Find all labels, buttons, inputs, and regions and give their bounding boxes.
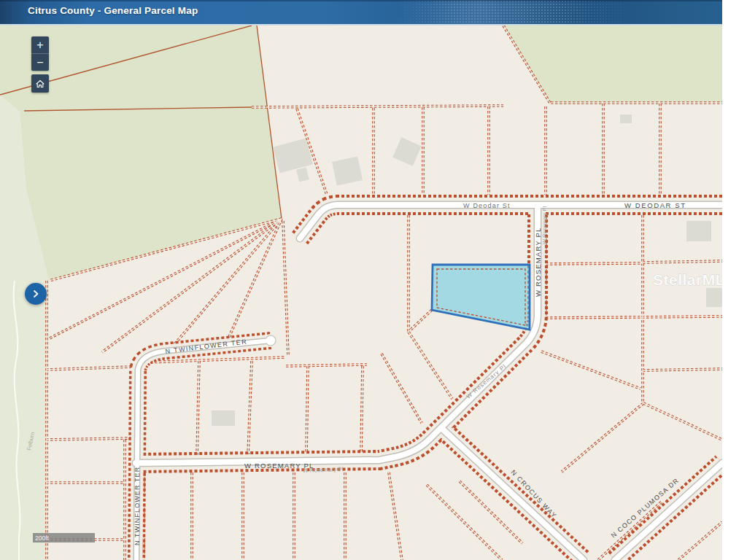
header-top-line — [0, 0, 722, 1]
header-divider — [0, 24, 722, 26]
parcel-map-app: W Deodar St W DEODAR ST W ROSEMARY PL W … — [0, 0, 722, 560]
building-footprint — [296, 167, 309, 182]
chevron-right-icon — [31, 289, 40, 298]
street-label-n-twinflower-ter-vertical: N TWINFLOWER TER — [133, 467, 141, 545]
home-icon — [35, 79, 45, 89]
watermark: StellarMLS — [653, 271, 722, 288]
building-footprint — [332, 157, 363, 186]
building-footprint — [686, 221, 711, 241]
street-label-w-deodar-st-east: W DEODAR ST — [624, 201, 686, 209]
app-title: Citrus County - General Parcel Map — [28, 5, 198, 16]
selected-parcel[interactable] — [432, 265, 530, 330]
window-right-gap — [722, 0, 747, 560]
zoom-out-button[interactable]: − — [31, 54, 49, 71]
map-canvas[interactable]: W Deodar St W DEODAR ST W ROSEMARY PL W … — [0, 26, 722, 560]
street-label-w-deodar-st-west: W Deodar St — [463, 202, 511, 209]
building-footprint — [212, 411, 235, 426]
expand-panel-button[interactable] — [25, 283, 47, 305]
building-footprint — [620, 114, 632, 123]
scale-bar: 200ft — [33, 533, 95, 542]
map-container: W Deodar St W DEODAR ST W ROSEMARY PL W … — [0, 26, 722, 560]
zoom-in-button[interactable]: + — [31, 36, 49, 53]
home-button[interactable] — [31, 74, 49, 93]
street-label-w-rosemary-pl-vertical-faint: W Rosemary Pl — [541, 206, 548, 244]
zoom-control: + − — [31, 36, 49, 71]
scale-label: 200ft — [35, 534, 50, 542]
building-footprint — [706, 288, 722, 307]
building-footprint — [392, 137, 422, 166]
building-footprint — [273, 139, 313, 174]
street-label-w-rosemary-pl-south-faint: W Rosemary Pl — [303, 466, 344, 474]
